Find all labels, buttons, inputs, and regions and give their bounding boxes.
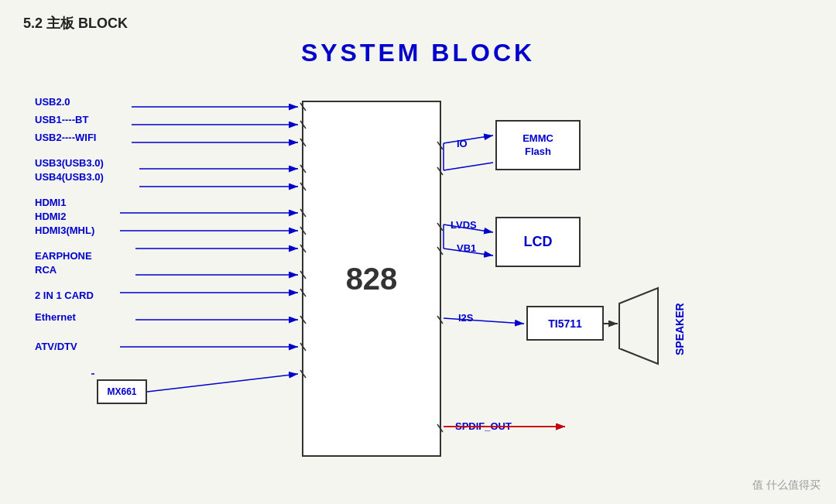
label-hdmi3: HDMI3(MHL) (35, 225, 104, 235)
label-2in1card: 2 IN 1 CARD (35, 290, 104, 300)
emmc-label-line2: Flash (525, 146, 551, 159)
label-usb1bt: USB1----BT (35, 115, 104, 125)
emmc-label-line1: EMMC (522, 132, 553, 146)
svg-text:IO: IO (457, 138, 468, 149)
svg-line-23 (444, 225, 493, 232)
svg-line-17 (147, 374, 298, 392)
diagram-title: SYSTEM BLOCK (301, 39, 535, 67)
label-ethernet: Ethernet (35, 312, 104, 322)
svg-line-20 (444, 163, 493, 170)
svg-marker-29 (619, 288, 658, 364)
chip-828-label: 828 (346, 262, 398, 297)
ti5711-label: TI5711 (548, 317, 582, 330)
label-hdmi2: HDMI2 (35, 211, 104, 221)
label-usb4: USB4(USB3.0) (35, 172, 104, 182)
svg-text:VB1: VB1 (457, 242, 476, 254)
label-rca: RCA (35, 265, 104, 275)
svg-text:LVDS: LVDS (451, 219, 477, 231)
emmc-box: EMMC Flash (495, 120, 581, 170)
label-atvdtv: ATV/DTV (35, 341, 104, 351)
svg-text:I2S: I2S (458, 312, 474, 324)
speaker-label: SPEAKER (673, 298, 686, 360)
lcd-label: LCD (524, 234, 553, 250)
mx661-box: MX661 (97, 379, 147, 404)
chip-828-box: 828 (302, 101, 441, 457)
label-earphone: EARPHONE (35, 251, 104, 261)
lcd-box: LCD (495, 217, 581, 267)
mx661-label: MX661 (107, 386, 136, 397)
section-title: 5.2 主板 BLOCK (23, 14, 128, 33)
svg-line-19 (444, 135, 493, 143)
left-labels-group: USB2.0 USB1----BT USB2----WIFI USB3(USB3… (35, 97, 104, 351)
watermark: 值 什么值得买 (752, 478, 821, 492)
ti5711-box: TI5711 (526, 306, 604, 341)
svg-line-25 (444, 249, 493, 255)
label-hdmi1: HDMI1 (35, 197, 104, 207)
svg-text:SPDIF_OUT: SPDIF_OUT (455, 420, 512, 432)
svg-line-28 (444, 318, 524, 324)
label-usb20: USB2.0 (35, 97, 104, 107)
page: 5.2 主板 BLOCK SYSTEM BLOCK USB2.0 USB1---… (0, 0, 836, 504)
label-usb3: USB3(USB3.0) (35, 158, 104, 168)
label-usb2wifi: USB2----WIFI (35, 132, 104, 142)
